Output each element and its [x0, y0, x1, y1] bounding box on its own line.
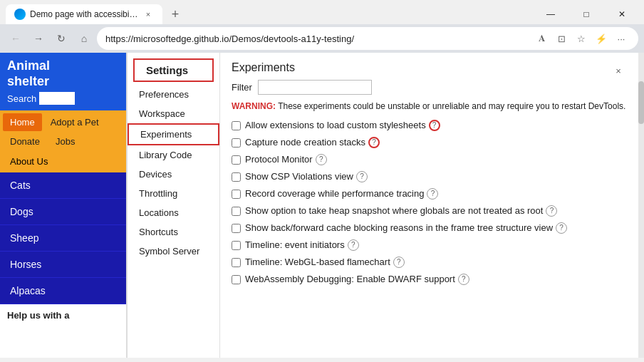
- exp-item-2: Protocol Monitor ?: [232, 154, 627, 165]
- exp-item-8: Timeline: WebGL-based flamechart ?: [232, 257, 627, 268]
- list-item-horses[interactable]: Horses: [0, 252, 126, 278]
- filter-row: Filter: [232, 80, 627, 95]
- home-button[interactable]: ⌂: [74, 29, 94, 48]
- refresh-button[interactable]: ↻: [51, 29, 71, 48]
- help-icon-8[interactable]: ?: [393, 257, 405, 268]
- site-footer: Help us with a: [0, 304, 126, 326]
- devtools-close-button[interactable]: ×: [610, 62, 627, 79]
- help-icon-0[interactable]: ?: [429, 120, 440, 131]
- help-icon-4[interactable]: ?: [427, 188, 438, 200]
- list-item-alpacas[interactable]: Alpacas: [0, 278, 126, 304]
- new-tab-button[interactable]: +: [165, 4, 185, 24]
- devtools-panel: Settings Preferences Workspace Experimen…: [127, 53, 644, 358]
- exp-checkbox-9[interactable]: [232, 275, 241, 284]
- exp-checkbox-4[interactable]: [232, 190, 241, 199]
- split-screen-icon[interactable]: ⊡: [553, 30, 570, 47]
- help-icon-7[interactable]: ?: [348, 239, 359, 251]
- exp-checkbox-2[interactable]: [232, 155, 241, 165]
- exp-checkbox-6[interactable]: [232, 224, 241, 233]
- exp-checkbox-5[interactable]: [232, 207, 241, 216]
- exp-label-5: Show option to take heap snapshot where …: [245, 205, 557, 217]
- settings-symbol-server[interactable]: Symbol Server: [128, 242, 219, 261]
- exp-label-0: Allow extensions to load custom styleshe…: [245, 120, 440, 131]
- exp-checkbox-8[interactable]: [232, 258, 241, 267]
- exp-item-0: Allow extensions to load custom styleshe…: [232, 120, 627, 131]
- exp-checkbox-7[interactable]: [232, 241, 241, 250]
- exp-label-6: Show back/forward cache blocking reasons…: [245, 222, 567, 234]
- address-bar[interactable]: https://microsoftedge.github.io/Demos/de…: [97, 27, 638, 50]
- exp-checkbox-3[interactable]: [232, 172, 241, 182]
- tab-favicon: [14, 9, 26, 20]
- help-icon-1[interactable]: ?: [368, 137, 380, 148]
- adopt-nav-item[interactable]: Adopt a Pet: [43, 113, 106, 131]
- site-search-row: Search: [7, 92, 119, 105]
- devtools-body: Settings Preferences Workspace Experimen…: [128, 53, 644, 358]
- exp-label-2: Protocol Monitor ?: [245, 154, 327, 165]
- exp-item-1: Capture node creation stacks ?: [232, 137, 627, 148]
- main-area: Animal shelter Search Home Adopt a Pet D…: [0, 53, 644, 358]
- settings-workspace[interactable]: Workspace: [128, 104, 219, 123]
- settings-throttling[interactable]: Throttling: [128, 184, 219, 203]
- maximize-button[interactable]: □: [570, 4, 603, 24]
- tab-close-button[interactable]: ×: [142, 9, 154, 20]
- devtools-scrollbar-thumb[interactable]: [638, 81, 644, 124]
- exp-label-3: Show CSP Violations view ?: [245, 171, 368, 182]
- exp-label-1: Capture node creation stacks ?: [245, 137, 380, 148]
- address-icons: 𝐀 ⊡ ☆ ⚡ ···: [533, 30, 630, 47]
- warning-row: WARNING: These experiments could be unst…: [232, 100, 627, 113]
- tab-bar: Demo page with accessibility iss × + — □…: [0, 0, 644, 24]
- minimize-button[interactable]: —: [534, 4, 567, 24]
- exp-label-7: Timeline: event initiators ?: [245, 239, 359, 251]
- exp-checkbox-1[interactable]: [232, 138, 241, 148]
- exp-item-5: Show option to take heap snapshot where …: [232, 205, 627, 217]
- home-nav-item[interactable]: Home: [3, 113, 42, 131]
- list-item-dogs[interactable]: Dogs: [0, 199, 126, 225]
- more-tools-icon[interactable]: ···: [613, 30, 630, 47]
- tab-title: Demo page with accessibility iss: [30, 9, 138, 19]
- exp-label-8: Timeline: WebGL-based flamechart ?: [245, 257, 405, 268]
- window-controls: — □ ✕: [534, 4, 638, 24]
- help-icon-6[interactable]: ?: [556, 222, 567, 234]
- settings-locations[interactable]: Locations: [128, 203, 219, 222]
- filter-label: Filter: [232, 82, 252, 93]
- list-item-sheep[interactable]: Sheep: [0, 225, 126, 252]
- site-title: Animal shelter: [7, 58, 119, 89]
- settings-library-code[interactable]: Library Code: [128, 145, 219, 165]
- exp-item-4: Record coverage while performance tracin…: [232, 188, 627, 200]
- close-button[interactable]: ✕: [606, 4, 638, 24]
- experiments-content: Experiments × Filter WARNING: These expe…: [220, 53, 638, 358]
- settings-experiments[interactable]: Experiments: [128, 123, 219, 145]
- jobs-nav-item[interactable]: Jobs: [48, 133, 82, 150]
- list-item-cats[interactable]: Cats: [0, 172, 126, 199]
- filter-input[interactable]: [258, 80, 372, 95]
- settings-title: Settings: [133, 58, 214, 82]
- settings-devices[interactable]: Devices: [128, 165, 219, 184]
- website-sidebar: Animal shelter Search Home Adopt a Pet D…: [0, 53, 127, 358]
- exp-label-4: Record coverage while performance tracin…: [245, 188, 438, 200]
- active-tab[interactable]: Demo page with accessibility iss ×: [6, 4, 162, 24]
- devtools-scrollbar[interactable]: [638, 53, 644, 358]
- back-button[interactable]: ←: [6, 29, 26, 48]
- address-text: https://microsoftedge.github.io/Demos/de…: [105, 33, 529, 44]
- extensions-icon[interactable]: ⚡: [593, 30, 610, 47]
- nav-bar: ← → ↻ ⌂ https://microsoftedge.github.io/…: [0, 24, 644, 53]
- donate-nav-item[interactable]: Donate: [3, 133, 47, 150]
- warning-label: WARNING:: [232, 101, 276, 111]
- help-icon-3[interactable]: ?: [356, 171, 368, 182]
- about-us-item[interactable]: About Us: [3, 150, 123, 172]
- warning-text: These experiments could be unstable or u…: [278, 101, 625, 111]
- browser-chrome: Demo page with accessibility iss × + — □…: [0, 0, 644, 53]
- exp-label-9: WebAssembly Debugging: Enable DWARF supp…: [245, 274, 469, 285]
- search-input[interactable]: [39, 92, 75, 105]
- exp-item-9: WebAssembly Debugging: Enable DWARF supp…: [232, 274, 627, 285]
- forward-button[interactable]: →: [28, 29, 48, 48]
- settings-shortcuts[interactable]: Shortcuts: [128, 222, 219, 242]
- help-icon-5[interactable]: ?: [546, 205, 557, 217]
- help-icon-9[interactable]: ?: [458, 274, 469, 285]
- help-icon-2[interactable]: ?: [316, 154, 327, 165]
- exp-item-7: Timeline: event initiators ?: [232, 239, 627, 251]
- favorites-icon[interactable]: ☆: [573, 30, 590, 47]
- read-aloud-icon[interactable]: 𝐀: [533, 30, 550, 47]
- exp-checkbox-0[interactable]: [232, 121, 241, 130]
- settings-preferences[interactable]: Preferences: [128, 85, 219, 104]
